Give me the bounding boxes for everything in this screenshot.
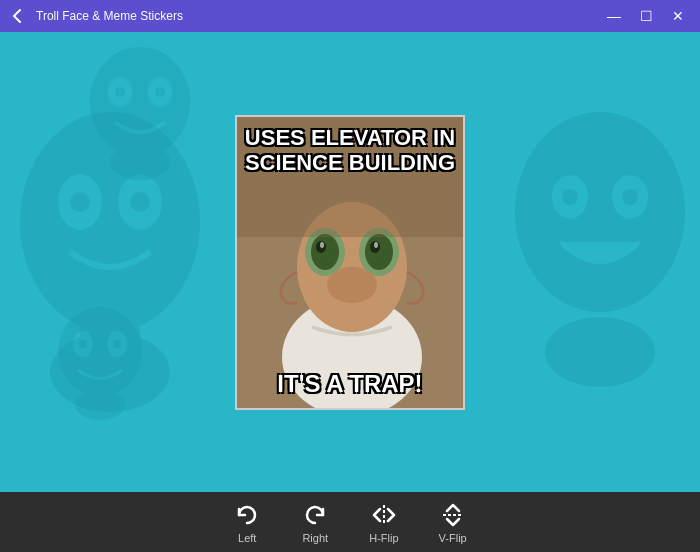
svg-point-31: [311, 234, 339, 270]
meme-text-bottom: IT'S A TRAP!: [237, 370, 463, 398]
rotate-right-icon: [301, 501, 329, 529]
meme-card: USES ELEVATOR IN SCIENCE BUILDING IT'S A…: [235, 115, 465, 410]
svg-point-19: [58, 307, 142, 397]
v-flip-button[interactable]: V-Flip: [439, 501, 467, 544]
maximize-button[interactable]: ☐: [632, 2, 660, 30]
svg-point-12: [545, 317, 655, 387]
main-content: USES ELEVATOR IN SCIENCE BUILDING IT'S A…: [0, 32, 700, 492]
window-controls: — ☐ ✕: [600, 2, 692, 30]
title-bar: Troll Face & Meme Stickers — ☐ ✕: [0, 0, 700, 32]
svg-point-36: [374, 242, 378, 248]
app-title: Troll Face & Meme Stickers: [36, 9, 592, 23]
meme-image: USES ELEVATOR IN SCIENCE BUILDING IT'S A…: [237, 117, 463, 408]
v-flip-icon: [439, 501, 467, 529]
svg-point-3: [70, 192, 90, 212]
svg-point-32: [365, 234, 393, 270]
rotate-left-icon: [233, 501, 261, 529]
v-flip-label: V-Flip: [439, 532, 467, 544]
svg-point-23: [113, 340, 121, 348]
svg-point-22: [79, 340, 87, 348]
svg-point-18: [110, 144, 170, 180]
h-flip-label: H-Flip: [369, 532, 398, 544]
svg-point-24: [75, 390, 125, 420]
svg-point-10: [562, 189, 578, 205]
rotate-left-button[interactable]: Left: [233, 501, 261, 544]
svg-point-17: [155, 87, 165, 97]
bg-face-top-left: [80, 42, 200, 182]
h-flip-icon: [370, 501, 398, 529]
h-flip-button[interactable]: H-Flip: [369, 501, 398, 544]
bg-face-bottom-left: [50, 302, 150, 422]
svg-point-35: [320, 242, 324, 248]
rotate-right-button[interactable]: Right: [301, 501, 329, 544]
svg-point-16: [115, 87, 125, 97]
meme-text-top: USES ELEVATOR IN SCIENCE BUILDING: [237, 125, 463, 176]
rotate-left-label: Left: [238, 532, 256, 544]
svg-point-11: [622, 189, 638, 205]
svg-point-13: [90, 47, 190, 157]
close-button[interactable]: ✕: [664, 2, 692, 30]
edit-toolbar: Left Right H-Flip V-Flip: [0, 492, 700, 552]
svg-point-7: [515, 112, 685, 312]
bg-face-right: [500, 52, 700, 452]
svg-point-4: [130, 192, 150, 212]
rotate-right-label: Right: [302, 532, 328, 544]
back-nav-icon[interactable]: [8, 6, 28, 26]
minimize-button[interactable]: —: [600, 2, 628, 30]
svg-point-37: [327, 267, 377, 303]
